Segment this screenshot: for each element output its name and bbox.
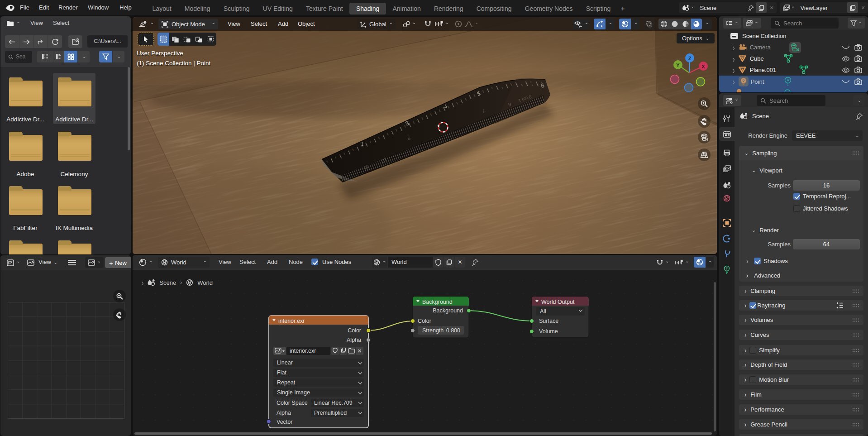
svg-text:Repeat: Repeat xyxy=(277,379,296,386)
svg-text:interior.exr: interior.exr xyxy=(278,318,305,324)
svg-text:0.800: 0.800 xyxy=(446,327,460,334)
svg-text:Volume: Volume xyxy=(539,328,558,335)
svg-text:Premultiplied: Premultiplied xyxy=(314,410,347,416)
svg-text:Flat: Flat xyxy=(277,369,286,376)
svg-text:Single Image: Single Image xyxy=(277,389,310,396)
svg-text:Linear Rec.709: Linear Rec.709 xyxy=(314,400,353,406)
svg-text:Background: Background xyxy=(422,299,453,305)
svg-text:Surface: Surface xyxy=(539,318,558,324)
svg-text:All: All xyxy=(540,308,546,315)
svg-text:Z: Z xyxy=(688,56,692,61)
svg-text:Vector: Vector xyxy=(277,419,292,425)
svg-text:Color: Color xyxy=(418,318,431,324)
svg-text:interior.exr: interior.exr xyxy=(290,348,316,354)
svg-text:Color Space: Color Space xyxy=(277,400,308,406)
svg-text:Alpha: Alpha xyxy=(277,410,291,416)
svg-text:Alpha: Alpha xyxy=(347,337,361,343)
svg-text:Y: Y xyxy=(676,62,680,68)
svg-text:Background: Background xyxy=(433,307,463,314)
svg-text:Linear: Linear xyxy=(277,359,293,366)
svg-text:Strength: Strength xyxy=(422,327,444,334)
svg-text:World Output: World Output xyxy=(541,299,575,305)
svg-text:X: X xyxy=(701,64,705,69)
svg-text:Color: Color xyxy=(348,327,361,334)
